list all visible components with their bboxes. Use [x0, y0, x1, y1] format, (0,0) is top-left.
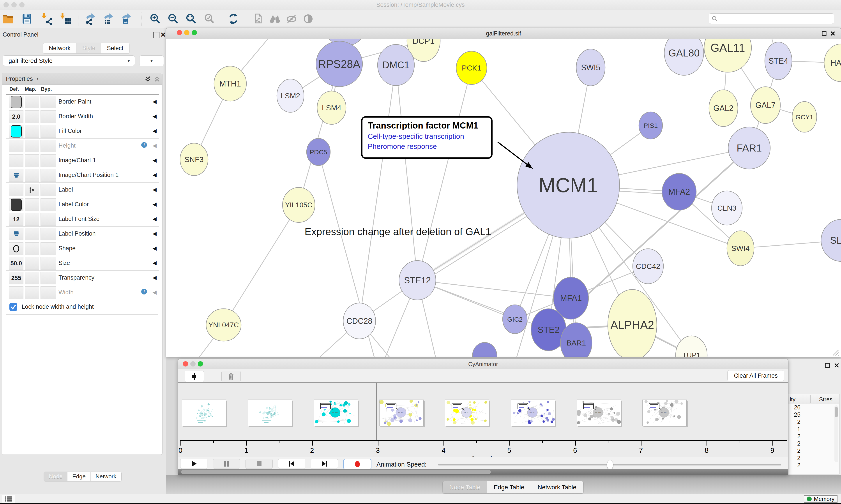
tab-network-table[interactable]: Network Table [531, 481, 583, 493]
property-row-border-paint[interactable]: Border Paint◀ [6, 94, 159, 109]
network-node-swi4[interactable]: SWI4 [727, 231, 754, 266]
mapping-cell[interactable] [25, 213, 39, 226]
frame-thumbnail-6[interactable]: MCM1 [577, 399, 621, 426]
record-button[interactable] [343, 459, 372, 470]
search-input[interactable] [719, 15, 830, 22]
default-value-cell[interactable] [9, 154, 23, 167]
table-row[interactable]: 2 [788, 440, 832, 448]
network-node-lsm4[interactable]: LSM4 [317, 91, 346, 124]
float-panel-icon[interactable] [153, 32, 159, 38]
mapping-cell[interactable] [25, 286, 39, 299]
mapping-cell[interactable] [25, 154, 39, 167]
float-window-icon[interactable] [822, 31, 827, 36]
bypass-cell[interactable] [40, 140, 56, 152]
network-node-far1[interactable]: FAR1 [728, 127, 770, 169]
memory-button[interactable]: Memory [804, 495, 838, 503]
mapping-cell[interactable] [25, 169, 39, 182]
bypass-cell[interactable] [40, 242, 56, 255]
scrollbar-thumb[interactable] [181, 470, 491, 474]
tab-network[interactable]: Network [43, 43, 76, 53]
network-window-titlebar[interactable]: galFiltered.sif [166, 28, 841, 39]
expand-arrow-icon[interactable]: ◀ [153, 260, 157, 266]
column-header-stress[interactable]: Stres [819, 396, 833, 403]
expand-arrow-icon[interactable]: ◀ [153, 289, 157, 295]
play-button[interactable] [180, 459, 208, 469]
expand-all-icon[interactable] [144, 75, 152, 83]
network-node-dmc1[interactable]: DMC1 [378, 44, 414, 86]
default-value-cell[interactable] [9, 125, 23, 138]
network-node-ynl047c[interactable]: YNL047C [206, 309, 241, 341]
annotation-link-1[interactable]: Cell-type-specific transcription [368, 132, 491, 141]
resize-grip[interactable] [831, 348, 839, 357]
network-edge[interactable] [223, 205, 299, 325]
tab-select[interactable]: Select [101, 43, 129, 53]
network-edge[interactable] [359, 65, 396, 321]
float-panel-icon[interactable] [825, 363, 830, 368]
default-value-cell[interactable] [9, 286, 23, 299]
bypass-cell[interactable] [40, 228, 56, 240]
property-row-fill-color[interactable]: Fill Color◀ [6, 124, 159, 139]
expand-arrow-icon[interactable]: ◀ [153, 157, 157, 163]
frame-thumbnail-7[interactable]: MCM1 [642, 399, 686, 426]
default-value-cell[interactable] [9, 96, 23, 108]
bypass-cell[interactable] [40, 154, 56, 167]
export-network-icon[interactable] [85, 13, 96, 25]
property-row-image-chart-1[interactable]: Image/Chart 1◀ [6, 153, 159, 168]
mapping-cell[interactable] [25, 198, 39, 211]
network-node-botn[interactable] [472, 342, 497, 357]
zoom-fit-icon[interactable] [185, 13, 197, 25]
default-value-cell[interactable] [9, 140, 23, 152]
network-node-hap2[interactable]: HAP2 [824, 44, 841, 82]
frame-thumbnail-4[interactable]: MCM1 [445, 399, 489, 426]
skip-end-button[interactable] [311, 459, 338, 469]
property-row-label-position[interactable]: Label Position◀ [6, 227, 159, 241]
frame-thumbnail-3[interactable]: MCM1 [379, 399, 424, 426]
annotation-box[interactable]: Transcription factor MCM1 Cell-type-spec… [361, 116, 493, 159]
network-node-ste12[interactable]: STE12 [399, 260, 436, 300]
network-node-pck1[interactable]: PCK1 [456, 51, 487, 85]
mapping-cell[interactable] [25, 125, 39, 138]
default-value-cell[interactable]: 2.0 [9, 110, 23, 123]
expand-arrow-icon[interactable]: ◀ [153, 231, 157, 237]
table-row[interactable]: 1 [788, 426, 832, 433]
export-table-icon[interactable] [103, 13, 114, 25]
network-snapshot-icon[interactable] [252, 13, 264, 25]
network-node-cdc28[interactable]: CDC28 [343, 303, 376, 339]
property-row-label-font-size[interactable]: 12Label Font Size◀ [6, 212, 159, 227]
apply-layout-icon[interactable] [227, 13, 239, 25]
table-row[interactable]: 2 [788, 419, 832, 426]
network-node-yil105c[interactable]: YIL105C [283, 187, 315, 222]
network-node-gal11[interactable]: GAL11 [704, 39, 751, 72]
property-row-width[interactable]: Widthi◀ [6, 285, 159, 300]
export-image-icon[interactable] [121, 13, 132, 25]
frame-thumbnail-0[interactable] [182, 399, 226, 426]
expand-arrow-icon[interactable]: ◀ [153, 186, 157, 193]
lock-checkbox[interactable] [10, 303, 17, 311]
mapping-cell[interactable] [25, 96, 39, 108]
properties-header[interactable]: Properties ▾ [2, 73, 162, 85]
table-row[interactable]: 2 [788, 433, 832, 440]
property-row-image-chart-position-1[interactable]: Image/Chart Position 1◀ [6, 168, 159, 183]
cyanimator-titlebar[interactable]: CyAnimator [178, 359, 788, 370]
bypass-cell[interactable] [40, 184, 56, 196]
frame-thumbnail-5[interactable]: MCM1 [511, 399, 555, 426]
default-value-cell[interactable] [9, 169, 23, 182]
show-log-button[interactable] [2, 495, 15, 503]
network-node-cdc42[interactable]: CDC42 [633, 249, 663, 284]
default-value-cell[interactable]: 255 [9, 272, 23, 284]
import-network-icon[interactable] [42, 13, 53, 25]
default-value-cell[interactable] [9, 198, 23, 211]
skip-start-button[interactable] [278, 459, 305, 469]
network-node-rps28a[interactable]: RPS28A [316, 41, 362, 87]
delete-frame-button[interactable] [221, 371, 241, 382]
bottom-tab-edge[interactable]: Edge [68, 472, 91, 481]
bypass-cell[interactable] [40, 125, 56, 138]
bypass-cell[interactable] [40, 96, 56, 108]
property-row-transparency[interactable]: 255Transparency◀ [6, 271, 159, 285]
default-value-cell[interactable] [9, 228, 23, 240]
table-row[interactable]: 2 [788, 448, 832, 455]
search-box[interactable] [709, 13, 834, 24]
network-node-tup1[interactable]: TUP1 [676, 336, 707, 357]
tab-node-table[interactable]: Node Table [443, 481, 487, 493]
stop-button[interactable] [246, 459, 273, 469]
